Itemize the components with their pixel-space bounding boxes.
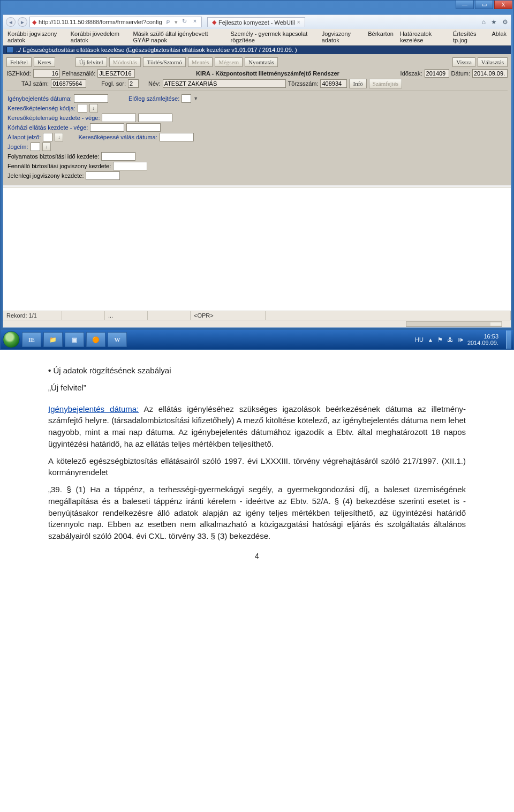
taskbar-app-ie[interactable]: IE [22,332,41,347]
kk-vege-field[interactable] [138,114,172,122]
igeny-datum-field[interactable] [74,94,108,103]
tools-icon[interactable]: ⚙ [502,18,508,26]
address-bar[interactable]: ◆ ρ ▾ ↻ × [29,17,202,27]
browser-back-button[interactable]: ◄ [6,17,16,27]
jogcim-field[interactable] [31,142,40,151]
kkod-lov-button[interactable]: ↓ [89,104,98,112]
korhaz-kezd-field[interactable] [90,123,124,132]
korhaz-vege-field[interactable] [126,123,161,132]
jogcim-lov-button[interactable]: ↓ [42,142,51,151]
menu-item[interactable]: Ablak [492,31,507,43]
doc-field-link[interactable]: Igénybejelentés dátuma: [48,404,139,413]
window-maximize-button[interactable]: ▭ [475,1,493,9]
eloleg-dropdown-icon[interactable]: ▼ [193,96,198,101]
iszhkod-label: ISZHkód: [6,70,31,77]
tab-title: Fejleszto kornyezet - WebUtil [218,19,295,26]
taj-label: TAJ szám: [21,80,49,87]
status-cell [266,311,511,320]
szamfejtes-button[interactable]: Számfejtés [369,79,402,88]
header-row-2: TAJ szám: Fogl. sor: Név: Törzsszám: Inf… [6,79,508,88]
browser-frame: ◄ ► ◆ ρ ▾ ↻ × ◆ Fejleszto kornyezet - We… [3,14,511,328]
menu-item[interactable]: Határozatok kezelése [400,31,447,43]
vertical-scrollbar[interactable] [507,239,511,260]
search-icon[interactable]: ρ [164,18,172,26]
fennallo-field[interactable] [113,162,147,170]
folyt-label: Folyamatos biztosítási idő kezdete: [7,153,99,160]
status-cell [62,311,105,320]
system-title: KIRA - Központosított Illetményszámfejtő… [137,70,398,77]
menu-item[interactable]: Korábbi jövedelem adatok [71,31,127,43]
status-cell: ... [105,311,148,320]
torzs-label: Törzsszám: [288,80,319,87]
tab-close-icon[interactable]: × [297,19,300,25]
start-button[interactable] [3,331,20,348]
form-statusbar: Rekord: 1/1 ... <OPR> [3,311,511,320]
window-close-button[interactable]: X [494,1,512,9]
window-minimize-button[interactable]: — [456,1,474,9]
info-button[interactable]: Infó [349,79,366,88]
home-icon[interactable]: ⌂ [482,18,486,26]
nyomtatas-button[interactable]: Nyomtatás [245,57,278,67]
mentes-button[interactable]: Mentés [188,57,213,67]
browser-forward-button[interactable]: ► [18,17,27,27]
iszhkod-field [33,69,60,78]
menu-item[interactable]: Értesítés tp.jog [453,31,485,43]
idoszak-label: Időszak: [400,70,422,77]
vissza-button[interactable]: Vissza [452,57,475,67]
stop-icon[interactable]: × [191,18,199,26]
header-row-1: ISZHkód: Felhasználó: KIRA - Központosít… [6,69,508,78]
taskbar: IE 📁 ▣ 🟠 W HU ▲ ⚑ 🖧 🕪 16:53 2014.09.09. [1,330,513,349]
jelenlegi-field[interactable] [86,171,120,180]
menu-item[interactable]: Bérkarton [368,31,394,43]
tray-clock[interactable]: 16:53 2014.09.09. [467,333,498,346]
tray-time: 16:53 [467,333,498,340]
taskbar-app-unknown[interactable]: 🟠 [86,332,105,347]
menu-item[interactable]: Jogviszony adatok [322,31,362,43]
tray-sound-icon[interactable]: 🕪 [457,336,463,343]
megsem-button[interactable]: Mégsem [215,57,243,67]
mdi-empty-area [3,187,511,311]
tray-flag-icon[interactable]: ⚑ [437,336,443,343]
feltetel-button[interactable]: Feltétel [6,57,32,67]
fogl-label: Fogl. sor: [101,80,126,87]
mdi-window-title: ../ Egészségbiztosítási ellátások kezelé… [3,46,511,54]
taskbar-app-explorer[interactable]: 📁 [43,332,63,347]
torles-button[interactable]: Törlés/Sztornó [143,57,185,67]
keres-button[interactable]: Keres [34,57,55,67]
doc-paragraph: „39. § (1) Ha a táppénz, a terhességi-gy… [48,484,466,542]
window-frame: — ▭ X ◄ ► ◆ ρ ▾ ↻ × ◆ Fejleszto kornyeze… [0,0,514,350]
taj-field [51,79,86,88]
browser-tab[interactable]: ◆ Fejleszto kornyezet - WebUtil × [207,17,305,27]
ujfelvitel-button[interactable]: Új felvitel [75,57,107,67]
kk-kezd-field[interactable] [102,114,136,122]
tray-overflow-icon[interactable]: ▲ [428,337,433,343]
favorites-icon[interactable]: ★ [491,18,497,26]
taskbar-app-word[interactable]: W [108,332,127,347]
allapot-field[interactable] [43,133,52,141]
tray-network-icon[interactable]: 🖧 [447,336,453,343]
jogcim-label: Jogcím: [7,144,28,150]
fennallo-label: Fennálló biztosítási jogviszony kezdete: [7,163,111,169]
modositas-button[interactable]: Módosítás [109,57,141,67]
menu-item[interactable]: Személy - gyermek kapcsolat rögzítése [231,31,315,43]
form-area: Feltétel Keres Új felvitel Módosítás Tör… [3,54,511,185]
menu-item[interactable]: Korábbi jogviszony adatok [7,31,64,43]
folyt-field[interactable] [101,152,135,161]
eloleg-label: Előleg számfejtése: [128,95,179,102]
tray-lang[interactable]: HU [415,336,424,343]
kkod-field[interactable] [78,104,87,112]
kkv-field[interactable] [160,133,194,141]
address-input[interactable] [39,19,162,25]
refresh-icon[interactable]: ↻ [180,18,188,26]
document-body: Új adatok rögzítésének szabályai „Új fel… [48,365,466,561]
allapot-lov-button[interactable]: ↓ [55,133,63,141]
valasztas-button[interactable]: Választás [478,57,508,67]
show-desktop-button[interactable] [506,330,511,349]
taskbar-app-media[interactable]: ▣ [65,332,84,347]
eloleg-field[interactable] [182,94,191,103]
felhasznalo-field [97,69,135,78]
browser-h-scroll[interactable] [3,320,511,327]
torzs-field [320,79,347,88]
menu-item[interactable]: Másik szülő által igénybevett GYÁP napok [133,31,224,43]
tray-date: 2014.09.09. [467,340,498,346]
